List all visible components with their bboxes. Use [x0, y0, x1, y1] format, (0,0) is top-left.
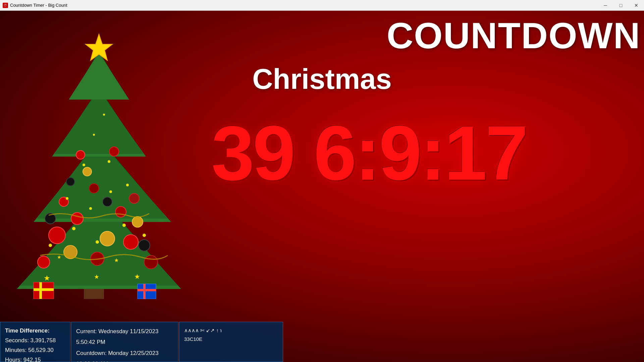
svg-point-38	[89, 207, 92, 210]
svg-point-35	[122, 224, 126, 227]
app-icon: ⏱	[3, 3, 8, 8]
svg-point-16	[38, 256, 50, 268]
maximize-button[interactable]: □	[613, 0, 629, 11]
svg-point-26	[64, 245, 77, 259]
title-bar: ⏱ Countdown Timer - Big Count ─ □ ✕	[0, 0, 644, 11]
title-bar-buttons: ─ □ ✕	[598, 0, 644, 11]
svg-point-32	[66, 178, 74, 186]
svg-point-23	[76, 150, 85, 159]
minimize-button[interactable]: ─	[598, 0, 613, 11]
svg-rect-55	[143, 284, 146, 299]
svg-point-42	[83, 164, 85, 166]
svg-point-44	[93, 134, 95, 136]
time-diff-seconds: Seconds: 3,391,758	[5, 336, 65, 346]
svg-point-31	[103, 197, 112, 206]
timer-display: 39 6:9:17	[111, 115, 627, 192]
current-date: Current: Wednesday 11/15/2023 5:50:42 PM	[76, 326, 173, 348]
svg-point-28	[83, 167, 92, 176]
svg-point-40	[66, 197, 68, 200]
svg-point-33	[96, 240, 99, 244]
symbols-text: ∧∧∧∧ ✄ ↙↗ ↑ ℩	[184, 326, 278, 335]
close-button[interactable]: ✕	[629, 0, 644, 11]
svg-point-18	[71, 213, 83, 225]
svg-text:★: ★	[114, 257, 119, 263]
countdown-heading: COUNTDOWN	[387, 14, 641, 57]
dates-panel: Current: Wednesday 11/15/2023 5:50:42 PM…	[71, 322, 178, 362]
code-text: 33C10E	[184, 335, 278, 344]
svg-point-13	[49, 227, 65, 244]
time-diff-title: Time Difference:	[5, 326, 65, 336]
svg-point-34	[72, 227, 75, 230]
svg-point-17	[144, 255, 158, 269]
main-content: ★ ★ ★ ★ ★ COUNTDOWN Christmas 39 6:9:17	[0, 11, 644, 362]
svg-rect-53	[34, 288, 54, 291]
svg-point-14	[123, 235, 138, 249]
svg-point-27	[132, 217, 143, 227]
svg-point-43	[108, 160, 110, 163]
svg-rect-56	[138, 289, 156, 291]
event-name: Christmas	[0, 63, 644, 96]
svg-point-37	[143, 234, 146, 237]
window-title: Countdown Timer - Big Count	[10, 3, 67, 8]
bottom-panels: Time Difference: Seconds: 3,391,758 Minu…	[0, 322, 644, 362]
svg-text:★: ★	[44, 274, 50, 282]
svg-text:★: ★	[134, 273, 140, 280]
time-difference-panel: Time Difference: Seconds: 3,391,758 Minu…	[0, 322, 70, 362]
svg-point-45	[103, 114, 105, 116]
svg-rect-54	[138, 284, 156, 299]
svg-point-22	[89, 184, 99, 193]
time-diff-hours: Hours: 942.15	[5, 355, 65, 362]
symbols-panel: ∧∧∧∧ ✄ ↙↗ ↑ ℩ 33C10E	[179, 322, 283, 362]
svg-point-21	[129, 193, 139, 203]
title-bar-left: ⏱ Countdown Timer - Big Count	[0, 3, 67, 8]
svg-point-19	[115, 206, 126, 217]
countdown-date: Countdown: Monday 12/25/2023 12:00:00 AM	[76, 348, 173, 362]
svg-point-30	[139, 240, 150, 251]
svg-text:★: ★	[94, 274, 99, 280]
svg-point-25	[100, 231, 115, 246]
svg-text:★: ★	[57, 254, 61, 260]
time-diff-minutes: Minutes: 56,529.30	[5, 346, 65, 355]
svg-point-36	[49, 244, 52, 247]
